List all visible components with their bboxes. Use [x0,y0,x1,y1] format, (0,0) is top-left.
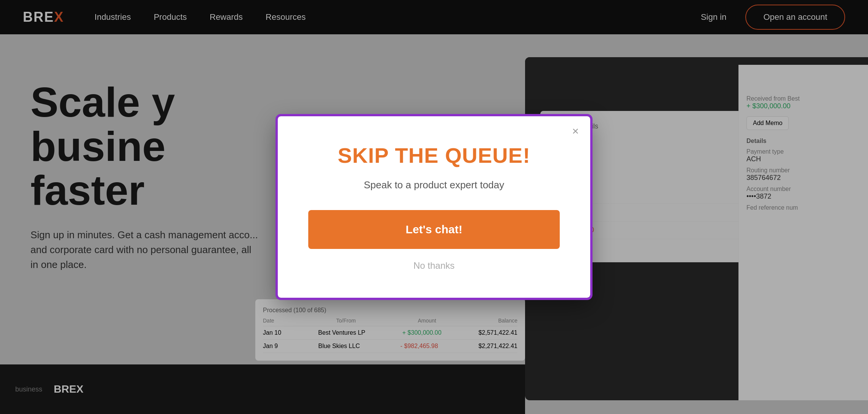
modal-subtitle: Speak to a product expert today [308,179,560,191]
modal-no-thanks-button[interactable]: No thanks [413,260,455,271]
modal-title: SKIP THE QUEUE! [308,143,560,168]
skip-queue-modal: × SKIP THE QUEUE! Speak to a product exp… [278,116,590,298]
modal-cta-button[interactable]: Let's chat! [308,210,560,249]
modal-close-button[interactable]: × [572,125,579,137]
